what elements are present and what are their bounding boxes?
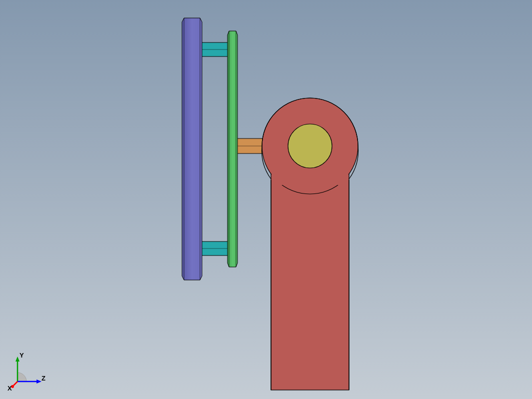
green-disc-plate: [228, 31, 238, 267]
yellow-pin-endcap: [288, 124, 332, 168]
y-axis-arrow: [16, 356, 20, 362]
cad-3d-viewport[interactable]: Y Z X: [0, 0, 532, 399]
axis-origin-icon: [18, 372, 26, 382]
purple-disc-plate: [182, 18, 202, 280]
y-axis-label: Y: [20, 352, 24, 359]
x-axis-line: [14, 382, 18, 386]
x-axis-label: X: [8, 384, 12, 392]
z-axis-label: Z: [42, 374, 46, 382]
assembly-drawing: [0, 0, 532, 399]
axis-triad[interactable]: Y Z X: [8, 352, 48, 392]
z-axis-arrow: [36, 380, 42, 384]
